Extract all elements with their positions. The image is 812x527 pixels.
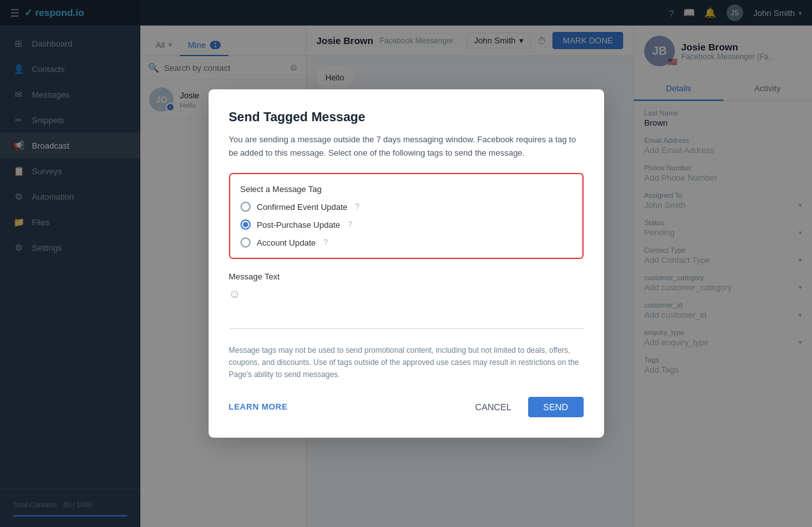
radio-label-account-update: Account Update (257, 238, 316, 248)
send-tagged-message-modal: Send Tagged Message You are sending a me… (209, 89, 604, 437)
radio-btn-confirmed-event[interactable] (240, 202, 251, 212)
learn-more-button[interactable]: LEARN MORE (229, 402, 288, 412)
radio-post-purchase[interactable]: Post-Purchase Update ? (240, 219, 572, 230)
message-text-label: Message Text (229, 272, 584, 281)
help-icon-confirmed: ? (355, 202, 360, 211)
radio-label-confirmed-event: Confirmed Event Update (257, 202, 348, 212)
modal-disclaimer: Message tags may not be used to send pro… (229, 345, 584, 382)
message-text-input[interactable] (229, 304, 584, 329)
radio-confirmed-event[interactable]: Confirmed Event Update ? (240, 202, 572, 212)
cancel-button[interactable]: CANCEL (465, 397, 522, 417)
help-icon-account: ? (323, 238, 328, 247)
modal-footer: LEARN MORE CANCEL SEND (229, 397, 584, 417)
modal-overlay: Send Tagged Message You are sending a me… (0, 0, 812, 527)
help-icon-post-purchase: ? (348, 220, 352, 229)
emoji-picker-icon[interactable]: ☺ (229, 288, 584, 301)
modal-description: You are sending a message outside the 7 … (229, 133, 584, 160)
send-button[interactable]: SEND (528, 397, 584, 417)
radio-label-post-purchase: Post-Purchase Update (257, 220, 341, 230)
tag-select-box: Select a Message Tag Confirmed Event Upd… (229, 173, 584, 259)
modal-title: Send Tagged Message (229, 110, 584, 124)
message-text-section: Message Text ☺ (229, 272, 584, 332)
radio-account-update[interactable]: Account Update ? (240, 237, 572, 248)
radio-dot-post-purchase (243, 222, 248, 227)
modal-actions: CANCEL SEND (465, 397, 584, 417)
radio-btn-post-purchase[interactable] (240, 219, 251, 230)
radio-btn-account-update[interactable] (240, 237, 251, 248)
tag-select-label: Select a Message Tag (240, 184, 572, 194)
